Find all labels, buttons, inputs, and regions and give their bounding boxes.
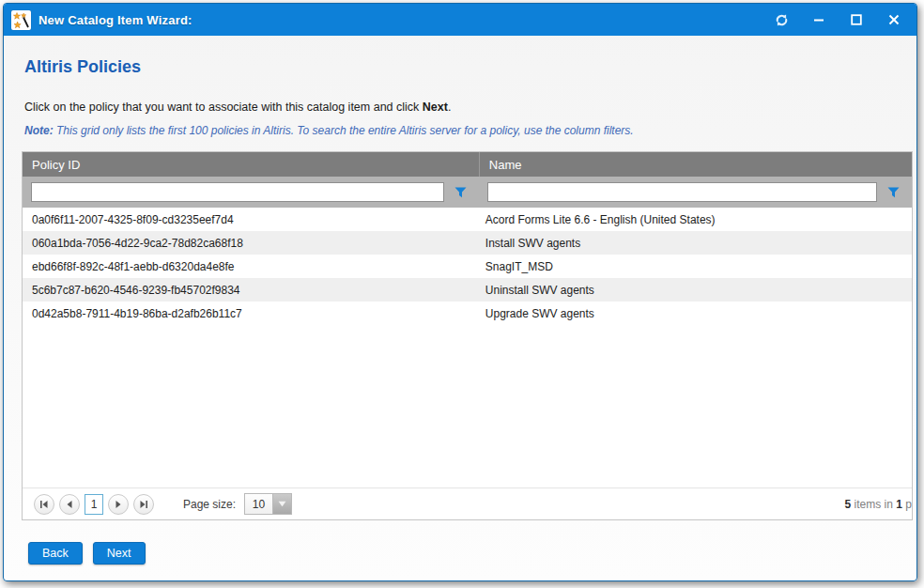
grid-pager: 1 Page size: 10 5 items in 1 p bbox=[23, 487, 912, 519]
policy-name-cell: SnagIT_MSD bbox=[479, 260, 912, 273]
wizard-footer: Back Next bbox=[28, 542, 913, 565]
first-page-button[interactable] bbox=[34, 494, 54, 515]
title-bar: New Catalog Item Wizard: bbox=[4, 4, 916, 36]
instruction-next-keyword: Next bbox=[423, 101, 448, 114]
instruction-suffix: . bbox=[448, 101, 451, 114]
grid-empty-area bbox=[23, 325, 912, 487]
note-body: This grid only lists the first 100 polic… bbox=[54, 124, 634, 137]
policy-name-cell: Acord Forms Lite 6.6 - English (United S… bbox=[479, 213, 912, 226]
policy-row[interactable]: 5c6b7c87-b620-4546-9239-fb45702f9834 Uni… bbox=[23, 278, 912, 302]
page-size-control: Page size: 10 bbox=[183, 493, 292, 515]
policies-grid: Policy ID Name 0a0f6f11-20 bbox=[22, 151, 913, 520]
policy-row[interactable]: 060a1bda-7056-4d22-9ca2-78d82ca68f18 Ins… bbox=[23, 231, 912, 255]
policy-name-cell: Upgrade SWV agents bbox=[479, 307, 912, 320]
note-text: Note: This grid only lists the first 100… bbox=[24, 124, 913, 137]
policy-id-cell: ebd66f8f-892c-48f1-aebb-d6320da4e8fe bbox=[23, 260, 479, 273]
back-button[interactable]: Back bbox=[28, 542, 83, 565]
current-page-indicator[interactable]: 1 bbox=[85, 494, 103, 515]
policy-id-filter-input[interactable] bbox=[31, 182, 444, 202]
column-header-policy-id[interactable]: Policy ID bbox=[23, 152, 479, 177]
page-size-dropdown[interactable]: 10 bbox=[244, 493, 292, 515]
last-page-button[interactable] bbox=[133, 494, 154, 515]
close-icon[interactable] bbox=[886, 12, 901, 27]
minimize-icon[interactable] bbox=[811, 12, 826, 27]
next-button[interactable]: Next bbox=[93, 542, 146, 565]
grid-header-row: Policy ID Name bbox=[23, 152, 912, 177]
instruction-text: Click on the policy that you want to ass… bbox=[24, 101, 913, 114]
refresh-icon[interactable] bbox=[774, 12, 789, 27]
policy-id-filter-icon[interactable] bbox=[454, 186, 468, 198]
policy-id-cell: 060a1bda-7056-4d22-9ca2-78d82ca68f18 bbox=[23, 237, 479, 250]
page-title: Altiris Policies bbox=[24, 57, 913, 77]
wizard-window: New Catalog Item Wizard: bbox=[3, 3, 917, 581]
column-header-name[interactable]: Name bbox=[479, 152, 912, 177]
prev-page-button[interactable] bbox=[59, 494, 80, 515]
window-title: New Catalog Item Wizard: bbox=[38, 13, 192, 27]
policy-name-cell: Install SWV agents bbox=[479, 237, 912, 250]
policy-id-cell: 0d42a5b8-7911-4b19-86ba-d2afb26b11c7 bbox=[23, 307, 479, 320]
policy-row[interactable]: 0a0f6f11-2007-4325-8f09-cd3235eef7d4 Aco… bbox=[23, 208, 912, 231]
name-filter-cell bbox=[479, 177, 912, 208]
page-size-label: Page size: bbox=[183, 498, 236, 511]
instruction-prefix: Click on the policy that you want to ass… bbox=[24, 101, 423, 114]
name-filter-input[interactable] bbox=[487, 182, 877, 202]
next-page-button[interactable] bbox=[108, 494, 129, 515]
name-filter-icon[interactable] bbox=[887, 186, 901, 198]
policy-name-cell: Uninstall SWV agents bbox=[479, 284, 912, 297]
page-size-value: 10 bbox=[245, 494, 272, 514]
policy-id-cell: 5c6b7c87-b620-4546-9239-fb45702f9834 bbox=[23, 284, 479, 297]
note-label: Note: bbox=[24, 124, 54, 137]
status-page-count: 1 bbox=[896, 498, 902, 511]
policy-id-filter-cell bbox=[23, 177, 479, 208]
wizard-app-icon bbox=[11, 10, 31, 30]
policy-row[interactable]: 0d42a5b8-7911-4b19-86ba-d2afb26b11c7 Upg… bbox=[23, 302, 912, 325]
pager-status-text: 5 items in 1 p bbox=[845, 498, 912, 511]
wizard-body: Altiris Policies Click on the policy tha… bbox=[4, 36, 916, 580]
policy-id-cell: 0a0f6f11-2007-4325-8f09-cd3235eef7d4 bbox=[23, 213, 479, 226]
maximize-icon[interactable] bbox=[849, 12, 864, 27]
grid-filter-row bbox=[23, 177, 912, 208]
policy-row[interactable]: ebd66f8f-892c-48f1-aebb-d6320da4e8fe Sna… bbox=[23, 255, 912, 278]
window-controls bbox=[774, 12, 901, 27]
chevron-down-icon[interactable] bbox=[272, 494, 291, 514]
